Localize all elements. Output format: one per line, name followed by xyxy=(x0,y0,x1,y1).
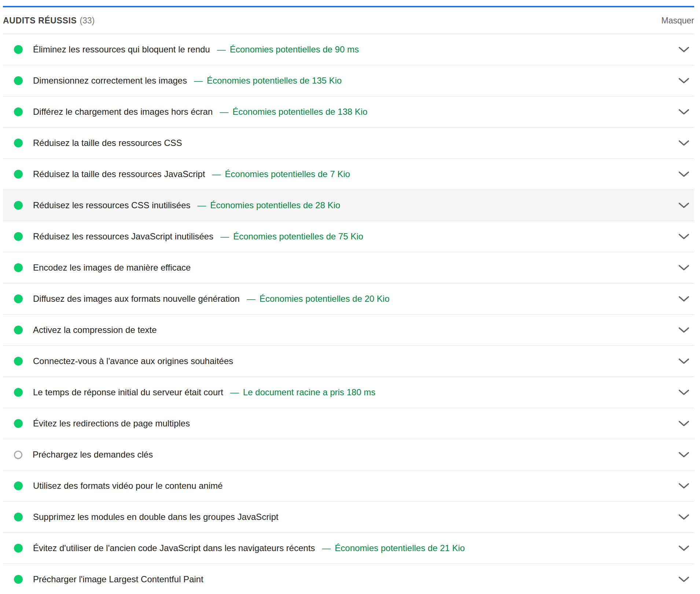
audit-row[interactable]: Différez le chargement des images hors é… xyxy=(3,96,694,127)
audit-savings-value: Le document racine a pris 180 ms xyxy=(243,387,376,397)
chevron-down-icon[interactable] xyxy=(678,418,690,429)
audit-savings-value: Économies potentielles de 135 Kio xyxy=(207,76,342,86)
value-separator: — xyxy=(217,44,226,55)
audit-row[interactable]: Supprimez les modules en double dans les… xyxy=(3,501,694,532)
audit-title: Utilisez des formats vidéo pour le conte… xyxy=(33,481,223,491)
audit-title: Le temps de réponse initial du serveur é… xyxy=(33,387,223,397)
pass-icon xyxy=(14,357,23,366)
chevron-down-icon[interactable] xyxy=(678,573,690,585)
section-header: AUDITS RÉUSSIS (33) Masquer xyxy=(3,7,694,34)
pass-icon xyxy=(14,481,23,490)
chevron-down-icon[interactable] xyxy=(678,324,690,336)
chevron-down-icon[interactable] xyxy=(678,231,690,242)
audit-row[interactable]: Préchargez les demandes clés xyxy=(3,439,694,470)
chevron-down-icon[interactable] xyxy=(678,106,690,118)
audit-row[interactable]: Réduisez la taille des ressources CSS xyxy=(3,127,694,158)
pass-icon xyxy=(14,139,23,147)
audit-row[interactable]: Réduisez la taille des ressources JavaSc… xyxy=(3,158,694,190)
neutral-icon xyxy=(14,451,22,459)
chevron-down-icon[interactable] xyxy=(678,44,690,55)
chevron-down-icon[interactable] xyxy=(678,542,690,554)
audit-savings-value: Économies potentielles de 7 Kio xyxy=(225,169,350,179)
value-separator: — xyxy=(322,543,331,553)
pass-icon xyxy=(14,544,23,553)
pass-icon xyxy=(14,294,23,303)
audit-row[interactable]: Réduisez les ressources JavaScript inuti… xyxy=(3,221,694,252)
pass-icon xyxy=(14,419,23,428)
audit-row[interactable]: Connectez-vous à l'avance aux origines s… xyxy=(3,345,694,377)
audit-row[interactable]: Activez la compression de texte xyxy=(3,314,694,345)
pass-icon xyxy=(14,76,23,85)
chevron-down-icon[interactable] xyxy=(678,168,690,180)
chevron-down-icon[interactable] xyxy=(678,386,690,398)
audit-row[interactable]: Diffusez des images aux formats nouvelle… xyxy=(3,283,694,314)
audit-title: Réduisez les ressources JavaScript inuti… xyxy=(33,231,213,242)
audit-title: Réduisez la taille des ressources JavaSc… xyxy=(33,169,205,179)
audit-savings-value: Économies potentielles de 138 Kio xyxy=(232,107,367,117)
passed-audits-section: AUDITS RÉUSSIS (33) Masquer Éliminez les… xyxy=(0,0,700,594)
pass-icon xyxy=(14,388,23,397)
audit-title: Diffusez des images aux formats nouvelle… xyxy=(33,294,240,304)
pass-icon xyxy=(14,45,23,54)
value-separator: — xyxy=(247,294,255,304)
audit-savings-value: Économies potentielles de 21 Kio xyxy=(335,543,465,553)
audit-title: Encodez les images de manière efficace xyxy=(33,263,191,273)
audit-title: Connectez-vous à l'avance aux origines s… xyxy=(33,356,233,366)
chevron-down-icon[interactable] xyxy=(678,355,690,367)
audit-savings-value: Économies potentielles de 75 Kio xyxy=(233,231,363,242)
chevron-down-icon[interactable] xyxy=(678,137,690,149)
hide-section-button[interactable]: Masquer xyxy=(662,16,694,26)
audit-title: Dimensionnez correctement les images xyxy=(33,76,187,86)
chevron-down-icon[interactable] xyxy=(678,262,690,274)
audit-row[interactable]: Dimensionnez correctement les images — É… xyxy=(3,65,694,96)
audit-title: Précharger l'image Largest Contentful Pa… xyxy=(33,574,203,584)
value-separator: — xyxy=(230,387,239,397)
audit-title: Réduisez la taille des ressources CSS xyxy=(33,138,182,148)
chevron-down-icon[interactable] xyxy=(678,449,690,461)
pass-icon xyxy=(14,107,23,116)
audit-title: Activez la compression de texte xyxy=(33,325,157,335)
pass-icon xyxy=(14,575,23,584)
value-separator: — xyxy=(220,107,228,117)
audit-title: Réduisez les ressources CSS inutilisées xyxy=(33,200,191,210)
audit-savings-value: Économies potentielles de 90 ms xyxy=(230,44,359,55)
chevron-down-icon[interactable] xyxy=(678,293,690,305)
audit-row[interactable]: Précharger l'image Largest Contentful Pa… xyxy=(3,564,694,594)
pass-icon xyxy=(14,513,23,521)
value-separator: — xyxy=(194,76,203,86)
audit-title: Préchargez les demandes clés xyxy=(33,450,153,460)
audit-row[interactable]: Encodez les images de manière efficace xyxy=(3,252,694,283)
pass-icon xyxy=(14,326,23,334)
audit-savings-value: Économies potentielles de 28 Kio xyxy=(210,200,340,210)
audit-title: Évitez les redirections de page multiple… xyxy=(33,418,190,429)
audit-list: Éliminez les ressources qui bloquent le … xyxy=(3,34,694,594)
audit-row[interactable]: Évitez les redirections de page multiple… xyxy=(3,408,694,439)
chevron-down-icon[interactable] xyxy=(678,199,690,211)
value-separator: — xyxy=(220,231,229,242)
pass-icon xyxy=(14,232,23,241)
section-heading: AUDITS RÉUSSIS (33) xyxy=(3,16,95,26)
chevron-down-icon[interactable] xyxy=(678,75,690,87)
pass-icon xyxy=(14,170,23,179)
pass-icon xyxy=(14,201,23,210)
audit-title: Différez le chargement des images hors é… xyxy=(33,107,213,117)
audit-title: Évitez d'utiliser de l'ancien code JavaS… xyxy=(33,543,315,553)
audit-row[interactable]: Le temps de réponse initial du serveur é… xyxy=(3,377,694,408)
audit-title: Supprimez les modules en double dans les… xyxy=(33,512,279,522)
audit-row[interactable]: Éliminez les ressources qui bloquent le … xyxy=(3,34,694,65)
audit-title: Éliminez les ressources qui bloquent le … xyxy=(33,44,210,55)
audit-row[interactable]: Utilisez des formats vidéo pour le conte… xyxy=(3,470,694,501)
audit-row[interactable]: Évitez d'utiliser de l'ancien code JavaS… xyxy=(3,532,694,564)
value-separator: — xyxy=(198,200,206,210)
section-title: AUDITS RÉUSSIS xyxy=(3,16,77,26)
audit-savings-value: Économies potentielles de 20 Kio xyxy=(259,294,390,304)
chevron-down-icon[interactable] xyxy=(678,511,690,523)
section-count: (33) xyxy=(80,16,95,26)
audit-row[interactable]: Réduisez les ressources CSS inutilisées … xyxy=(3,190,694,221)
value-separator: — xyxy=(212,169,221,179)
pass-icon xyxy=(14,263,23,272)
chevron-down-icon[interactable] xyxy=(678,480,690,492)
